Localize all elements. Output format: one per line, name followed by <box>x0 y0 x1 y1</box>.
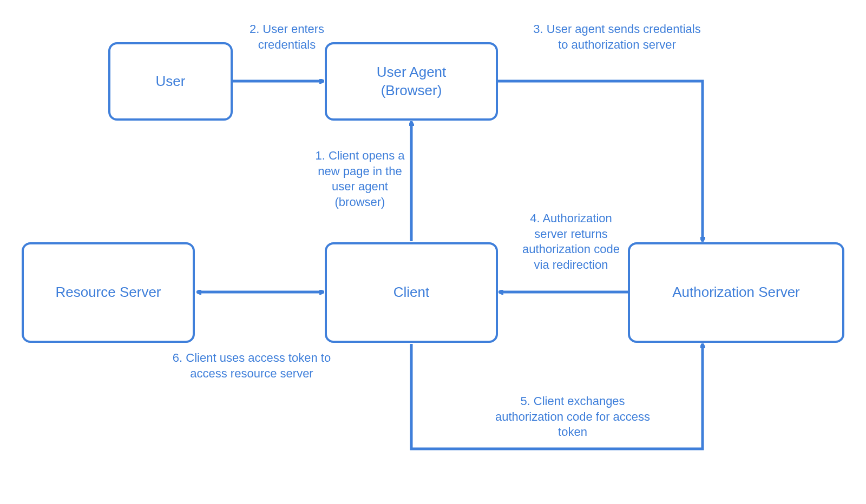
label-step6-text: 6. Client uses access token toaccess res… <box>173 351 331 380</box>
label-step6: 6. Client uses access token toaccess res… <box>162 350 341 381</box>
box-user: User <box>108 42 233 121</box>
box-user-label: User <box>156 72 186 91</box>
box-resource-server-label: Resource Server <box>55 283 161 302</box>
box-user-agent: User Agent(Browser) <box>325 42 498 121</box>
box-user-agent-label: User Agent(Browser) <box>377 63 447 100</box>
label-step5-text: 5. Client exchangesauthorization code fo… <box>495 394 650 439</box>
label-step5: 5. Client exchangesauthorization code fo… <box>486 394 659 440</box>
label-step2-text: 2. User enterscredentials <box>250 22 324 51</box>
label-step4: 4. Authorizationserver returnsauthorizat… <box>514 211 628 273</box>
label-step3-text: 3. User agent sends credentialsto author… <box>533 22 700 51</box>
box-auth-server: Authorization Server <box>628 242 844 343</box>
box-resource-server: Resource Server <box>22 242 195 343</box>
label-step1-text: 1. Client opens anew page in theuser age… <box>315 149 404 209</box>
label-step1: 1. Client opens anew page in theuser age… <box>303 148 417 210</box>
box-auth-server-label: Authorization Server <box>672 283 800 302</box>
label-step2: 2. User enterscredentials <box>227 22 346 52</box>
label-step3: 3. User agent sends credentialsto author… <box>514 22 720 52</box>
label-step4-text: 4. Authorizationserver returnsauthorizat… <box>522 211 620 271</box>
box-client: Client <box>325 242 498 343</box>
box-client-label: Client <box>393 283 429 302</box>
diagram-canvas: User User Agent(Browser) Client Resource… <box>0 0 866 504</box>
